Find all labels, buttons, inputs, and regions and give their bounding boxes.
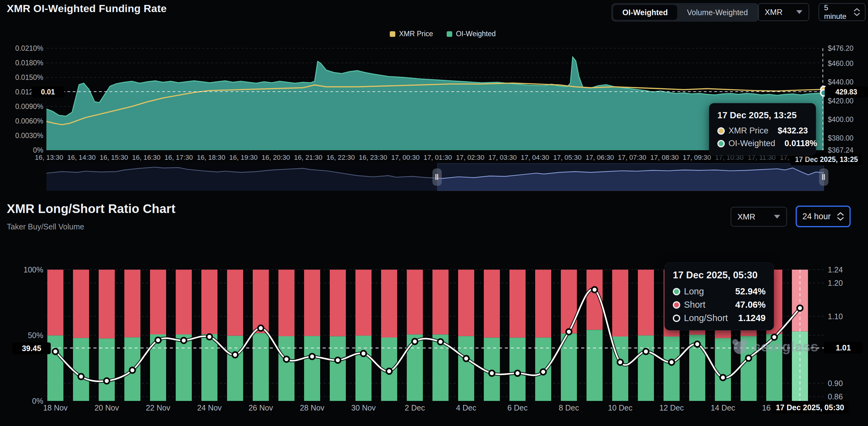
short-bar[interactable] [509, 269, 526, 338]
ratio-marker[interactable] [258, 325, 264, 331]
short-bar[interactable] [484, 269, 500, 338]
short-bar[interactable] [612, 269, 628, 337]
long-bar[interactable] [278, 336, 294, 401]
ratio-marker[interactable] [104, 378, 110, 384]
long-bar[interactable] [227, 336, 243, 401]
ratio-marker[interactable] [463, 356, 469, 361]
ratio-marker[interactable] [669, 360, 674, 365]
short-bar[interactable] [227, 269, 243, 336]
ratio-marker[interactable] [540, 369, 546, 375]
axis-label: 16, 16:30 [132, 153, 160, 161]
axis-label: 22 Nov [146, 403, 170, 412]
ratio-marker[interactable] [515, 371, 520, 376]
ratio-marker[interactable] [694, 341, 700, 347]
axis-label: 0.0090% [15, 103, 43, 111]
ratio-marker[interactable] [617, 360, 623, 365]
axis-label: 16, 15:30 [100, 153, 128, 161]
axis-label: 16, 14:30 [67, 153, 96, 161]
ratio-marker[interactable] [309, 354, 315, 360]
ratio-marker[interactable] [53, 349, 58, 354]
short-bar[interactable] [99, 269, 115, 338]
ratio-marker[interactable] [130, 368, 135, 373]
short-bar[interactable] [458, 269, 474, 336]
short-bar[interactable] [47, 269, 63, 336]
long-bar[interactable] [304, 336, 320, 401]
axis-label: 16, 18:30 [197, 153, 225, 161]
navigator-left-handle[interactable]: ‖ [432, 168, 442, 186]
ratio-marker[interactable] [566, 329, 572, 335]
short-bar[interactable] [253, 269, 269, 333]
axis-label: 0.0180% [15, 59, 43, 67]
axis-label: 0.0060% [15, 117, 43, 125]
ratio-marker[interactable] [78, 374, 84, 379]
axis-label: $380.00 [828, 134, 854, 142]
tooltip-label: XMR Price [728, 126, 768, 136]
navigator-selected-range[interactable] [437, 164, 824, 191]
tooltip-row-oi-weighted: OI-Weighted 0.0118% [717, 139, 808, 148]
long-bar[interactable] [509, 338, 526, 401]
short-bar[interactable] [355, 269, 372, 336]
ratio-marker[interactable] [592, 287, 597, 292]
ratio-marker[interactable] [335, 357, 341, 363]
axis-label: $400.00 [828, 115, 854, 123]
short-bar[interactable] [73, 269, 89, 338]
ratio-marker[interactable] [207, 334, 212, 340]
long-bar[interactable] [253, 333, 269, 401]
axis-label: 10 Dec [608, 403, 632, 412]
short-bar[interactable] [407, 269, 423, 334]
short-bar[interactable] [432, 269, 448, 335]
axis-label: 4 Dec [456, 403, 476, 412]
ratio-marker[interactable] [797, 305, 803, 311]
long-bar[interactable] [638, 336, 654, 401]
ratio-marker[interactable] [489, 371, 495, 376]
long-bar[interactable] [73, 338, 89, 401]
long-bar[interactable] [330, 336, 346, 401]
ratio-marker[interactable] [155, 337, 161, 343]
charts-canvas[interactable]: 0.0210%0.0180%0.0150%0.0120%0.0090%0.006… [0, 0, 868, 426]
ratio-marker[interactable] [386, 368, 392, 374]
tooltip-row-long-short: Long/Short 1.1249 [673, 313, 766, 323]
axis-label: 100% [24, 265, 43, 274]
short-bar[interactable] [304, 269, 320, 336]
short-bar[interactable] [330, 269, 346, 336]
short-bar[interactable] [381, 269, 397, 337]
ratio-marker[interactable] [746, 356, 751, 361]
ratio-marker[interactable] [643, 349, 649, 354]
long-bar[interactable] [587, 330, 602, 401]
tooltip-value: 47.06% [735, 300, 766, 310]
short-bar[interactable] [638, 269, 654, 336]
series-dot-xmr-price [717, 127, 725, 135]
short-bar[interactable] [202, 269, 217, 334]
long-bar[interactable] [715, 338, 731, 401]
short-bar[interactable] [278, 269, 294, 336]
long-bar[interactable] [458, 336, 474, 401]
ratio-marker[interactable] [232, 352, 238, 358]
crosshair-right-value-funding: 429.83 [825, 86, 868, 97]
long-bar[interactable] [202, 334, 217, 401]
tooltip-label: Long [684, 286, 704, 296]
oi-weighted-area[interactable] [46, 57, 824, 150]
ratio-marker[interactable] [412, 339, 417, 344]
axis-label: 14 Dec [711, 403, 735, 412]
navigator-right-handle[interactable]: ‖ [819, 168, 828, 186]
ratio-marker[interactable] [181, 338, 187, 343]
axis-label: 0% [32, 397, 43, 405]
long-bar[interactable] [176, 334, 192, 401]
navigator-unselected [46, 164, 437, 191]
ratio-marker[interactable] [361, 351, 366, 356]
axis-label: 16, 17:30 [164, 153, 193, 161]
short-bar[interactable] [176, 269, 192, 334]
axis-label: 16, 22:30 [327, 153, 355, 161]
ratio-marker[interactable] [284, 356, 289, 362]
ratio-marker[interactable] [438, 339, 443, 345]
axis-label: 17, 09:30 [683, 153, 711, 161]
axis-label: 17, 03:30 [489, 153, 517, 161]
long-bar[interactable] [355, 336, 372, 401]
axis-label: 17, 01:30 [424, 153, 452, 161]
long-bar[interactable] [663, 337, 680, 401]
short-bar[interactable] [150, 269, 166, 334]
ratio-marker[interactable] [720, 375, 726, 380]
tooltip-label: Short [684, 300, 705, 310]
short-bar[interactable] [124, 269, 141, 337]
short-bar[interactable] [535, 269, 551, 337]
